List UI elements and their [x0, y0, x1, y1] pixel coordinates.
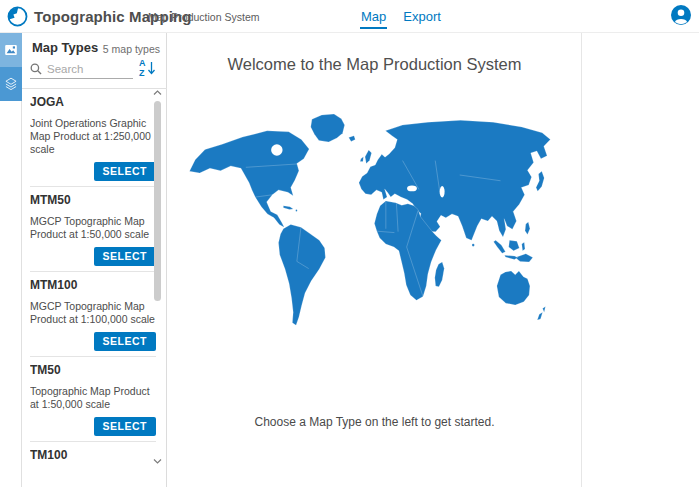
map-type-name: TM50 [30, 364, 156, 377]
map-type-name: TM100 [30, 449, 156, 462]
chevron-up-icon[interactable] [153, 89, 162, 97]
map-type-item: MTM100 MGCP Topographic Map Product at 1… [30, 272, 156, 357]
chevron-down-icon[interactable] [153, 457, 162, 465]
map-type-description: MGCP Topographic Map Product at 1:50,000… [30, 215, 156, 241]
tool-layers[interactable] [0, 67, 22, 101]
tab-map[interactable]: Map [360, 4, 387, 29]
sidebar-scrollbar[interactable] [152, 89, 163, 465]
world-map-image [174, 103, 574, 343]
map-type-actions: SELECT [30, 332, 156, 351]
map-type-item: MTM50 MGCP Topographic Map Product at 1:… [30, 187, 156, 272]
map-type-actions: SELECT [30, 247, 156, 266]
tool-strip-column [0, 33, 22, 487]
instruction-text: Choose a Map Type on the left to get sta… [168, 415, 581, 429]
sort-az-icon[interactable]: A Z [138, 57, 157, 79]
map-type-name: MTM100 [30, 279, 156, 292]
tool-strip [0, 33, 22, 101]
map-type-description: MGCP Topographic Map Product at 1:100,00… [30, 300, 156, 326]
header-tabs: Map Export [360, 0, 442, 33]
map-type-count: 5 map types [103, 43, 160, 55]
map-type-name: JOGA [30, 96, 156, 109]
map-type-item: TM100 SELECT [30, 442, 156, 467]
search-icon [30, 63, 42, 75]
scrollbar-thumb[interactable] [154, 101, 161, 301]
map-type-description: Topographic Map Product at 1:50,000 scal… [30, 385, 156, 411]
map-type-name: MTM50 [30, 194, 156, 207]
select-button[interactable]: SELECT [94, 162, 156, 181]
user-icon[interactable] [671, 5, 691, 25]
map-type-list: JOGA Joint Operations Graphic Map Produc… [30, 89, 156, 467]
map-type-item: TM50 Topographic Map Product at 1:50,000… [30, 357, 156, 442]
tab-export[interactable]: Export [402, 4, 442, 29]
search-input[interactable] [47, 63, 127, 75]
globe-icon [7, 6, 28, 27]
map-types-panel: Map Types 5 map types A Z JOGA Joint Ope… [22, 33, 167, 487]
welcome-title: Welcome to the Map Production System [168, 55, 581, 74]
sort-letter-z: Z [139, 68, 145, 78]
map-type-description: Joint Operations Graphic Map Product at … [30, 117, 156, 156]
select-button[interactable]: SELECT [94, 417, 156, 436]
map-type-actions: SELECT [30, 162, 156, 181]
sort-letter-a: A [139, 58, 146, 68]
select-button[interactable]: SELECT [94, 247, 156, 266]
tool-map-types[interactable] [0, 33, 22, 67]
map-type-item: JOGA Joint Operations Graphic Map Produc… [30, 89, 156, 187]
main-content: Welcome to the Map Production System [168, 33, 582, 487]
app-header: Topographic Mapping Map Production Syste… [0, 0, 699, 33]
map-type-actions: SELECT [30, 417, 156, 436]
map-preview-icon [3, 42, 19, 58]
select-button[interactable]: SELECT [94, 332, 156, 351]
layers-icon [3, 76, 19, 92]
search-box [30, 60, 133, 79]
panel-title: Map Types [32, 40, 98, 55]
app-subtitle: Map Production System [148, 11, 259, 23]
